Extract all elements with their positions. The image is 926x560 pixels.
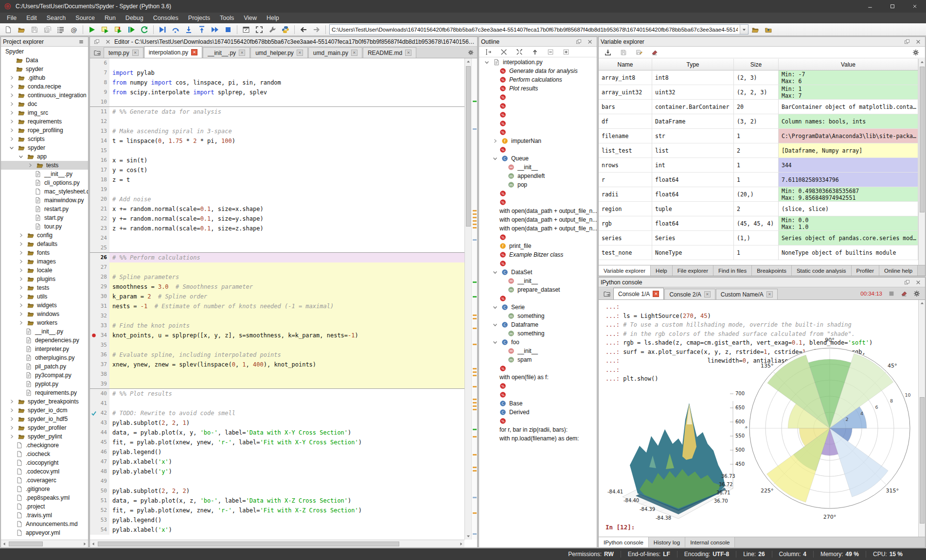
editor-gutter[interactable] [90, 175, 98, 185]
project-item-project[interactable]: .project [1, 502, 88, 511]
project-item-init-py[interactable]: __init__.py [1, 170, 88, 178]
working-directory-input[interactable] [330, 25, 740, 34]
close-pane-icon[interactable] [913, 37, 923, 47]
code-line-9[interactable]: 9from scipy.interpolate import splprep, … [90, 88, 464, 97]
menu-run[interactable]: Run [100, 13, 121, 23]
project-item-fonts[interactable]: fonts [1, 248, 88, 257]
menu-file[interactable]: File [2, 13, 21, 23]
editor-tab-readme-md[interactable]: README.md✕ [363, 47, 416, 58]
run-cell-button[interactable] [99, 24, 111, 35]
outline-item-with-open-file-as-f[interactable]: with open(file) as f: [479, 373, 597, 382]
project-item-mainwindow-py[interactable]: mainwindow.py [1, 196, 88, 205]
project-item-ciocheck[interactable]: .ciocheck [1, 450, 88, 458]
file-switcher-button[interactable] [54, 24, 67, 35]
outline-item-dataset[interactable]: CDataSet [479, 268, 597, 277]
outline-item-with-open-data-path-output-file-n[interactable]: with open(data_path + output_file_n... [479, 224, 597, 233]
project-item-coveragerc[interactable]: .coveragerc [1, 476, 88, 485]
code-line-26[interactable]: 26# %% Perform calculations [90, 253, 464, 262]
code-line-28[interactable]: 28# Spline parameters [90, 272, 464, 282]
outline-item-init[interactable]: __init__ [479, 277, 597, 285]
outline-item-something[interactable]: msomething [479, 312, 597, 320]
code-line-36[interactable]: 36# Evaluate spline, including interpola… [90, 350, 464, 360]
combo-dropdown-button[interactable] [740, 25, 748, 34]
chevron-down-icon[interactable] [490, 320, 500, 330]
project-item-scripts[interactable]: scripts [1, 135, 88, 143]
editor-gutter[interactable] [90, 282, 98, 292]
editor-gutter[interactable] [90, 399, 98, 408]
editor-gutter[interactable] [90, 292, 98, 301]
collapse-section-button[interactable] [544, 46, 557, 58]
menu-view[interactable]: View [239, 13, 262, 23]
close-pane-icon[interactable] [103, 37, 113, 47]
outline-item-foo[interactable]: Cfoo [479, 338, 597, 347]
editor-gutter[interactable] [90, 126, 98, 136]
project-item-config[interactable]: config [1, 231, 88, 240]
code-line-47[interactable]: 47pylab.xlabel('x') [90, 457, 464, 467]
goto-cursor-button[interactable] [482, 46, 495, 58]
code-line-25[interactable]: 25 [90, 243, 464, 253]
editor-gutter[interactable] [90, 467, 98, 476]
code-line-42[interactable]: 42# TODO: Rewrite to avoid code smell [90, 408, 464, 418]
remove-all-variables-button[interactable] [648, 47, 661, 58]
code-line-33[interactable]: 33# Find the knot points [90, 321, 464, 331]
code-line-24[interactable]: 24 [90, 233, 464, 243]
rerun-cell-button[interactable] [125, 24, 138, 35]
code-line-11[interactable]: 11# %% Generate data for analysis [90, 107, 464, 117]
column-header-type[interactable]: Type [652, 59, 734, 70]
run-button[interactable] [86, 24, 98, 35]
chevron-down-icon[interactable] [490, 302, 500, 312]
project-item-conda-recipe[interactable]: conda.recipe [1, 82, 88, 91]
project-item-pep8speaks-yml[interactable]: .pep8speaks.yml [1, 493, 88, 502]
chevron-down-icon[interactable] [7, 143, 17, 153]
outline-item-dataframe[interactable]: CDataframe [479, 320, 597, 329]
outline-item-for-r-bar-in-zip-radii-bars[interactable]: for r, bar in zip(radii, bars): [479, 425, 597, 434]
chevron-right-icon[interactable] [16, 274, 26, 284]
code-line-34[interactable]: 34knot_points, u = splprep([x, y, z], s=… [90, 331, 464, 340]
project-item-github[interactable]: .github [1, 73, 88, 82]
chevron-down-icon[interactable] [482, 58, 492, 67]
code-line-23[interactable]: 23z += random.normal(scale=0.1, size=z.s… [90, 224, 464, 233]
project-item-continuous-integration[interactable]: continuous_integration [1, 91, 88, 100]
project-item-workers[interactable]: workers [1, 318, 88, 327]
editor-tab-init-py[interactable]: __init__.py✕ [203, 47, 250, 58]
tab-close-icon[interactable]: ✕ [405, 50, 411, 56]
code-line-39[interactable]: 39 [90, 379, 464, 389]
chevron-down-icon[interactable] [16, 152, 26, 161]
outline-item-base[interactable]: CBase [479, 399, 597, 408]
project-item-windows[interactable]: windows [1, 310, 88, 318]
project-item-spyder-breakpoints[interactable]: spyder_breakpoints [1, 397, 88, 406]
outline-item-queue[interactable]: CQueue [479, 154, 597, 163]
project-item-doc[interactable]: doc [1, 100, 88, 108]
chevron-right-icon[interactable] [16, 318, 26, 328]
close-pane-icon[interactable] [913, 278, 923, 287]
project-item-spyder[interactable]: spyder [1, 143, 88, 152]
code-line-38[interactable]: 38 [90, 369, 464, 379]
close-pane-icon[interactable] [585, 37, 595, 47]
project-item-tests[interactable]: tests [1, 161, 88, 170]
console-options-button[interactable] [910, 288, 923, 299]
project-item-requirements[interactable]: requirements [1, 117, 88, 126]
fullscreen-button[interactable] [253, 24, 266, 35]
code-line-20[interactable]: 20# Add noise [90, 194, 464, 204]
parent-directory-button[interactable] [762, 24, 775, 35]
chevron-right-icon[interactable] [7, 125, 17, 135]
chevron-right-icon[interactable] [7, 99, 17, 109]
editor-vertical-scrollbar[interactable] [464, 58, 471, 540]
browse-tabs-button[interactable] [91, 47, 104, 58]
outline-item-interpolation-py[interactable]: interpolation.py [479, 58, 597, 67]
variable-row-list-test[interactable]: list_testlist2[Dataframe, Numpy array] [599, 143, 918, 158]
project-item-rope-profiling[interactable]: rope_profiling [1, 126, 88, 135]
chevron-right-icon[interactable] [7, 405, 17, 415]
maximize-pane-button[interactable] [240, 24, 252, 35]
project-item-plugins[interactable]: plugins [1, 275, 88, 283]
chevron-right-icon[interactable] [7, 117, 17, 126]
tab-close-icon[interactable]: ✕ [132, 50, 139, 56]
code-line-35[interactable]: 35 [90, 340, 464, 350]
editor-gutter[interactable] [90, 136, 98, 146]
code-line-41[interactable]: 41 [90, 399, 464, 408]
console-scrollbar[interactable] [918, 300, 925, 537]
menu-edit[interactable]: Edit [21, 13, 42, 23]
outline-item-cell[interactable]: % [479, 189, 597, 198]
outline-item-cell[interactable]: % [479, 259, 597, 268]
menu-source[interactable]: Source [71, 13, 100, 23]
